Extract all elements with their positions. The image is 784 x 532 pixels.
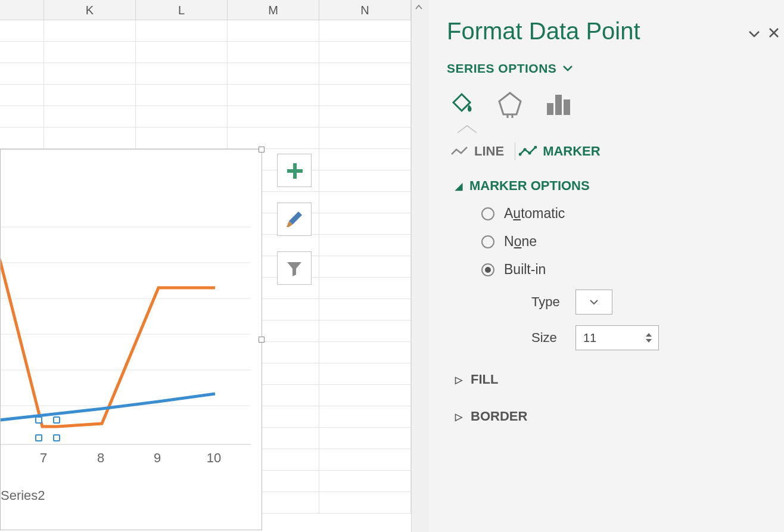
selection-handle[interactable] xyxy=(53,416,60,424)
radio-none[interactable]: None xyxy=(481,234,772,250)
svg-rect-11 xyxy=(564,99,570,115)
radio-label: Automatic xyxy=(504,206,565,222)
type-label: Type xyxy=(531,294,564,310)
marker-options-section[interactable]: ◢ MARKER OPTIONS xyxy=(447,178,772,194)
chart-add-element-button[interactable] xyxy=(277,154,312,187)
col-header-m[interactable]: M xyxy=(228,0,319,20)
chevron-down-icon xyxy=(748,30,760,38)
close-icon xyxy=(769,27,779,38)
col-header-n[interactable]: N xyxy=(319,0,411,20)
radio-icon xyxy=(481,207,494,220)
x-tick: 9 xyxy=(154,450,161,465)
col-header-l[interactable]: L xyxy=(136,0,228,20)
series-options-dropdown[interactable]: SERIES OPTIONS xyxy=(447,61,772,76)
selection-handle[interactable] xyxy=(35,416,42,424)
column-headers: K L M N xyxy=(0,0,411,20)
col-header-k[interactable]: K xyxy=(44,0,136,20)
series-options-label: SERIES OPTIONS xyxy=(447,61,556,76)
radio-builtin[interactable]: Built-in xyxy=(481,262,772,278)
marker-size-input[interactable]: 11 xyxy=(575,325,659,350)
plus-icon xyxy=(285,161,303,179)
border-label: BORDER xyxy=(471,409,527,424)
x-tick: 8 xyxy=(97,450,104,465)
radio-icon xyxy=(481,263,494,276)
legend-label: Series2 xyxy=(1,488,45,503)
chevron-up-icon xyxy=(415,5,422,10)
marker-options-label: MARKER OPTIONS xyxy=(469,178,590,194)
collapse-icon: ◢ xyxy=(455,181,462,192)
pentagon-icon xyxy=(497,91,523,118)
svg-rect-9 xyxy=(547,103,553,115)
vertical-scrollbar[interactable] xyxy=(411,0,425,532)
resize-handle[interactable] xyxy=(259,337,265,343)
x-tick: 7 xyxy=(40,450,47,465)
svg-point-13 xyxy=(524,148,527,151)
effects-tab[interactable] xyxy=(496,90,524,119)
format-data-point-pane: Format Data Point SERIES OPTIONS xyxy=(429,0,784,532)
radio-icon xyxy=(481,235,494,248)
expand-icon: ▷ xyxy=(455,411,462,422)
selection-handle[interactable] xyxy=(53,434,60,441)
radio-label: Built-in xyxy=(504,262,546,278)
line-series2[interactable] xyxy=(1,394,215,421)
spinner-down-icon[interactable] xyxy=(645,338,652,343)
spinner-up-icon[interactable] xyxy=(645,332,652,337)
chart-plot-area[interactable]: 7 8 9 10 Series2 xyxy=(1,150,263,531)
chart-filter-button[interactable] xyxy=(277,251,312,285)
bar-chart-icon xyxy=(546,92,572,116)
radio-label: None xyxy=(504,234,537,250)
marker-line-icon xyxy=(519,146,537,157)
chevron-down-icon xyxy=(562,65,573,72)
marker-type-dropdown[interactable] xyxy=(575,290,612,315)
close-pane-button[interactable] xyxy=(769,24,779,42)
embedded-chart[interactable]: 7 8 9 10 Series2 xyxy=(0,149,262,530)
line-subtab[interactable]: LINE xyxy=(447,140,515,163)
fill-label: FILL xyxy=(471,372,498,387)
selection-handle[interactable] xyxy=(35,434,42,441)
radio-automatic[interactable]: Automatic xyxy=(481,206,772,222)
line-series1[interactable] xyxy=(1,227,215,427)
paint-bucket-icon xyxy=(447,91,475,118)
task-pane-options-button[interactable] xyxy=(748,24,760,42)
chevron-down-icon xyxy=(590,299,598,305)
fill-and-line-tab[interactable] xyxy=(447,90,475,119)
col-header-partial[interactable] xyxy=(0,0,44,20)
svg-point-14 xyxy=(528,152,531,155)
fill-section[interactable]: ▷ FILL xyxy=(447,372,772,387)
pane-title: Format Data Point xyxy=(447,18,772,45)
line-icon xyxy=(450,146,468,157)
expand-icon: ▷ xyxy=(455,374,462,385)
size-value: 11 xyxy=(583,331,596,345)
marker-subtab[interactable]: MARKER xyxy=(515,140,611,163)
paintbrush-icon xyxy=(284,209,304,229)
svg-rect-10 xyxy=(555,95,562,115)
spreadsheet-grid[interactable]: K L M N xyxy=(0,0,411,532)
tab-indicator xyxy=(455,125,479,134)
marker-tab-label: MARKER xyxy=(543,144,601,159)
resize-handle[interactable] xyxy=(259,147,265,153)
x-tick: 10 xyxy=(207,450,221,465)
chart-styles-button[interactable] xyxy=(277,203,312,236)
funnel-icon xyxy=(285,259,303,277)
series-options-tab[interactable] xyxy=(545,90,573,119)
scroll-up-button[interactable] xyxy=(412,0,426,14)
line-tab-label: LINE xyxy=(474,144,504,159)
size-label: Size xyxy=(531,330,564,346)
border-section[interactable]: ▷ BORDER xyxy=(447,409,772,424)
